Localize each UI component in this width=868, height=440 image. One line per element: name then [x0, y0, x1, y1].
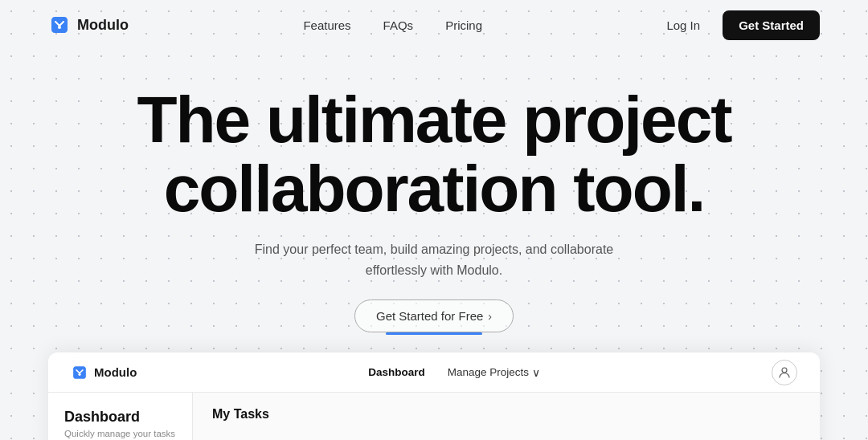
cta-button[interactable]: Get Started for Free ›: [354, 299, 514, 332]
logo-text: Modulo: [77, 17, 129, 34]
svg-point-0: [58, 26, 61, 29]
nav-pricing[interactable]: Pricing: [445, 18, 482, 32]
avatar-icon: [777, 365, 792, 380]
cta-arrow-icon: ›: [488, 310, 492, 323]
app-logo-text: Modulo: [94, 365, 137, 379]
app-logo-icon: [71, 364, 88, 381]
app-main-content: My Tasks: [193, 393, 820, 440]
app-preview: Modulo Dashboard Manage Projects ∨ Dashb…: [48, 352, 820, 440]
navbar: Modulo Features FAQs Pricing Log In Get …: [0, 0, 868, 50]
app-nav-links: Dashboard Manage Projects ∨: [368, 366, 540, 379]
get-started-button[interactable]: Get Started: [723, 10, 820, 40]
my-tasks-title: My Tasks: [212, 407, 800, 422]
logo[interactable]: Modulo: [48, 14, 129, 36]
user-avatar[interactable]: [772, 360, 797, 385]
hero-title: The ultimate project collaboration tool.: [137, 85, 731, 223]
logo-icon: [48, 14, 71, 36]
chevron-down-icon: ∨: [532, 366, 540, 379]
app-logo[interactable]: Modulo: [71, 364, 137, 381]
tab-indicator: [386, 332, 482, 335]
app-topbar: Modulo Dashboard Manage Projects ∨: [48, 352, 820, 393]
hero-section: The ultimate project collaboration tool.…: [0, 50, 868, 332]
nav-faqs[interactable]: FAQs: [383, 18, 414, 32]
app-nav-dashboard[interactable]: Dashboard: [368, 366, 425, 378]
hero-subtitle: Find your perfect team, build amazing pr…: [225, 239, 643, 280]
login-button[interactable]: Log In: [657, 12, 710, 39]
svg-point-2: [782, 368, 787, 373]
app-nav-manage-projects[interactable]: Manage Projects ∨: [448, 366, 540, 379]
svg-point-1: [78, 373, 80, 376]
app-sidebar: Dashboard Quickly manage your tasks and …: [48, 393, 193, 440]
dashboard-title: Dashboard: [64, 409, 176, 426]
nav-features[interactable]: Features: [303, 18, 350, 32]
nav-actions: Log In Get Started: [657, 10, 820, 40]
dashboard-subtitle: Quickly manage your tasks and projects.: [64, 429, 176, 440]
app-content: Dashboard Quickly manage your tasks and …: [48, 393, 820, 440]
cta-label: Get Started for Free: [376, 309, 483, 323]
tab-indicator-row: [48, 332, 820, 335]
nav-links: Features FAQs Pricing: [303, 18, 482, 32]
